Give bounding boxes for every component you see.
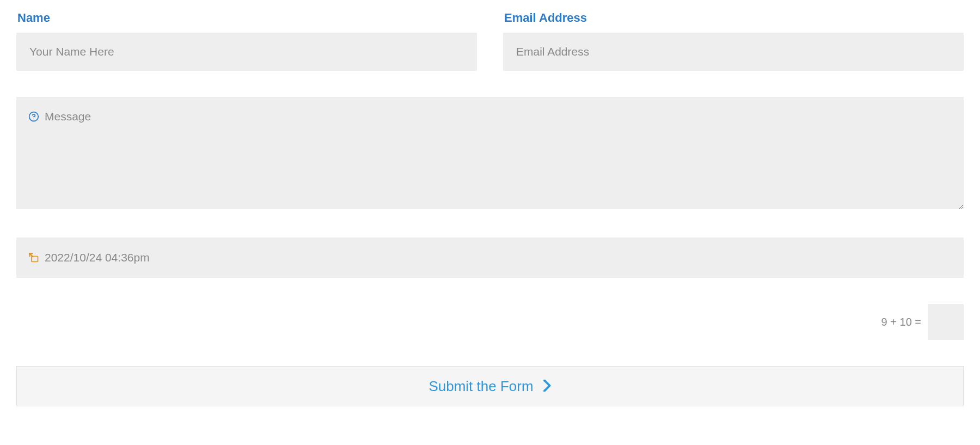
contact-form: Name Email Address <box>16 11 964 406</box>
message-field-group <box>16 97 964 211</box>
datetime-field-group <box>16 237 964 278</box>
name-field-group: Name <box>16 11 477 71</box>
captcha-question: 9 + 10 = <box>881 316 921 328</box>
question-circle-icon[interactable] <box>28 111 39 122</box>
email-input[interactable] <box>503 33 964 71</box>
chevron-right-icon <box>543 380 552 393</box>
message-wrapper <box>16 97 964 211</box>
svg-point-1 <box>34 119 34 119</box>
captcha-row: 9 + 10 = <box>16 304 964 340</box>
name-input[interactable] <box>16 33 477 71</box>
submit-button-label: Submit the Form <box>428 378 533 395</box>
submit-button[interactable]: Submit the Form <box>16 366 964 406</box>
message-textarea[interactable] <box>16 97 964 209</box>
name-label: Name <box>16 11 477 25</box>
datetime-input[interactable] <box>16 237 964 278</box>
email-field-group: Email Address <box>503 11 964 71</box>
email-label: Email Address <box>503 11 964 25</box>
datetime-wrapper <box>16 237 964 278</box>
form-row-name-email: Name Email Address <box>16 11 964 71</box>
captcha-answer-input[interactable] <box>928 304 964 340</box>
